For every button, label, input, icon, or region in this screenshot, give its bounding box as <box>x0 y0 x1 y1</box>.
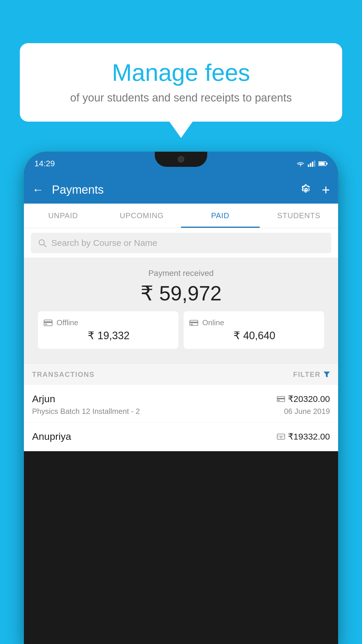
card-payment-icon <box>277 396 285 402</box>
gear-icon[interactable] <box>300 183 312 196</box>
online-amount: ₹ 40,640 <box>189 330 318 342</box>
svg-rect-3 <box>314 160 315 167</box>
transaction-row[interactable]: Arjun ₹20320.00 Physics Batch 12 Install… <box>24 385 338 423</box>
speech-bubble-title: Manage fees <box>37 60 325 86</box>
filter-container[interactable]: FILTER <box>293 370 330 379</box>
tab-paid[interactable]: PAID <box>181 204 260 228</box>
svg-rect-2 <box>312 162 313 167</box>
phone-inner: 14:29 <box>24 152 338 451</box>
payment-received-label: Payment received <box>31 269 331 278</box>
online-card-header: Online <box>189 318 318 327</box>
transaction-bottom: Physics Batch 12 Installment - 2 06 June… <box>32 407 330 416</box>
transaction-name-2: Anupriya <box>32 431 71 442</box>
screen-content: Search by Course or Name Payment receive… <box>24 228 338 451</box>
tab-students[interactable]: STUDENTS <box>260 204 338 228</box>
transaction-amount-container-2: ₹19332.00 <box>277 431 330 442</box>
offline-payment-card: Offline ₹ 19,332 <box>38 311 178 349</box>
add-button[interactable]: + <box>322 182 330 198</box>
phone-notch <box>155 152 207 167</box>
transaction-name: Arjun <box>32 393 55 405</box>
status-time: 14:29 <box>34 159 55 168</box>
transaction-top: Arjun ₹20320.00 <box>32 393 330 405</box>
svg-rect-11 <box>45 324 47 325</box>
cash-payment-icon <box>277 433 285 440</box>
wifi-icon <box>296 160 305 167</box>
signal-icon <box>308 160 315 167</box>
svg-rect-13 <box>190 322 198 323</box>
search-bar[interactable]: Search by Course or Name <box>31 233 331 253</box>
tab-upcoming[interactable]: UPCOMING <box>103 204 181 228</box>
speech-bubble-subtitle: of your students and send receipts to pa… <box>37 92 325 104</box>
speech-bubble-container: Manage fees of your students and send re… <box>20 43 342 138</box>
battery-icon <box>318 161 328 166</box>
svg-rect-1 <box>310 163 311 167</box>
transaction-amount-container: ₹20320.00 <box>277 394 330 404</box>
transaction-row[interactable]: Anupriya ₹19332.00 <box>24 423 338 451</box>
transactions-label: TRANSACTIONS <box>32 370 95 379</box>
svg-line-8 <box>44 244 46 247</box>
transaction-date: 06 June 2019 <box>284 407 330 416</box>
online-icon <box>189 319 198 326</box>
svg-rect-17 <box>278 400 280 401</box>
offline-icon <box>44 319 52 327</box>
filter-icon <box>324 372 330 377</box>
speech-bubble: Manage fees of your students and send re… <box>20 43 342 122</box>
svg-rect-5 <box>319 162 325 165</box>
offline-amount: ₹ 19,332 <box>44 330 173 342</box>
search-placeholder: Search by Course or Name <box>51 238 157 248</box>
tabs-container: UNPAID UPCOMING PAID STUDENTS <box>24 204 338 228</box>
svg-rect-0 <box>308 164 309 167</box>
filter-label: FILTER <box>293 370 321 379</box>
status-bar: 14:29 <box>24 152 338 176</box>
transaction-top-2: Anupriya ₹19332.00 <box>32 431 330 442</box>
speech-bubble-arrow <box>169 122 193 138</box>
search-icon <box>38 239 47 247</box>
transactions-header: TRANSACTIONS FILTER <box>24 364 338 385</box>
phone-camera <box>178 156 184 162</box>
svg-rect-6 <box>326 163 328 164</box>
svg-rect-14 <box>191 324 193 325</box>
app-title: Payments <box>52 183 294 196</box>
tab-unpaid[interactable]: UNPAID <box>24 204 103 228</box>
payment-amount: ₹ 59,972 <box>31 281 331 305</box>
offline-card-header: Offline <box>44 318 173 327</box>
app-header: ← Payments + <box>24 176 338 204</box>
transaction-amount: ₹20320.00 <box>288 394 330 404</box>
payment-cards: Offline ₹ 19,332 Online <box>31 305 331 356</box>
phone-frame: 14:29 <box>24 152 338 644</box>
payment-received-section: Payment received ₹ 59,972 Offline <box>24 258 338 364</box>
svg-rect-16 <box>277 398 285 399</box>
svg-rect-10 <box>44 321 52 323</box>
search-container: Search by Course or Name <box>24 228 338 258</box>
status-icons <box>296 160 328 167</box>
transaction-amount-2: ₹19332.00 <box>288 431 330 442</box>
transaction-course: Physics Batch 12 Installment - 2 <box>32 407 140 416</box>
back-button[interactable]: ← <box>32 183 44 196</box>
online-payment-card: Online ₹ 40,640 <box>184 311 324 349</box>
